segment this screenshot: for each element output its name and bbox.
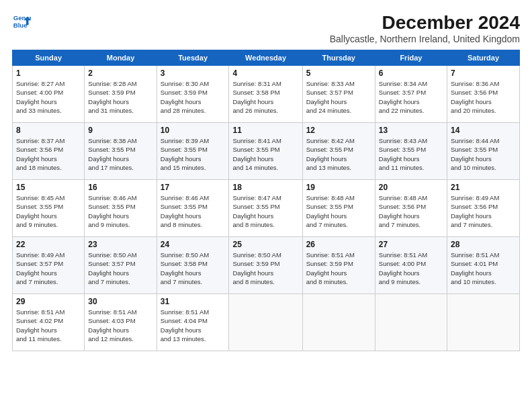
day-info: Sunrise: 8:38 AMSunset: 3:55 PMDaylight … bbox=[88, 137, 136, 171]
day-number: 15 bbox=[16, 183, 81, 192]
table-row: 30 Sunrise: 8:51 AMSunset: 4:03 PMDaylig… bbox=[85, 294, 157, 351]
table-row: 22 Sunrise: 8:49 AMSunset: 3:57 PMDaylig… bbox=[13, 237, 85, 294]
logo: General Blue bbox=[12, 12, 31, 31]
day-number: 7 bbox=[451, 68, 516, 78]
day-info: Sunrise: 8:51 AMSunset: 4:01 PMDaylight … bbox=[451, 251, 499, 285]
day-number: 30 bbox=[88, 297, 152, 306]
day-info: Sunrise: 8:50 AMSunset: 3:57 PMDaylight … bbox=[88, 251, 136, 285]
day-number: 6 bbox=[379, 68, 443, 78]
day-number: 18 bbox=[232, 183, 298, 192]
day-info: Sunrise: 8:37 AMSunset: 3:56 PMDaylight … bbox=[16, 137, 64, 171]
day-info: Sunrise: 8:46 AMSunset: 3:55 PMDaylight … bbox=[161, 194, 209, 228]
table-row: 16 Sunrise: 8:46 AMSunset: 3:55 PMDaylig… bbox=[85, 180, 157, 237]
calendar-header-row: Sunday Monday Tuesday Wednesday Thursday… bbox=[13, 50, 520, 66]
day-info: Sunrise: 8:46 AMSunset: 3:55 PMDaylight … bbox=[88, 194, 136, 228]
table-row: 17 Sunrise: 8:46 AMSunset: 3:55 PMDaylig… bbox=[157, 180, 229, 237]
day-number: 17 bbox=[161, 183, 226, 192]
day-info: Sunrise: 8:50 AMSunset: 3:58 PMDaylight … bbox=[161, 251, 209, 285]
calendar-week-2: 15 Sunrise: 8:45 AMSunset: 3:55 PMDaylig… bbox=[13, 180, 520, 237]
table-row: 10 Sunrise: 8:39 AMSunset: 3:55 PMDaylig… bbox=[157, 123, 229, 180]
day-info: Sunrise: 8:49 AMSunset: 3:56 PMDaylight … bbox=[451, 194, 499, 228]
day-number: 31 bbox=[161, 297, 226, 306]
day-info: Sunrise: 8:44 AMSunset: 3:55 PMDaylight … bbox=[451, 137, 499, 171]
table-row: 15 Sunrise: 8:45 AMSunset: 3:55 PMDaylig… bbox=[13, 180, 85, 237]
calendar-week-0: 1 Sunrise: 8:27 AMSunset: 4:00 PMDayligh… bbox=[13, 66, 520, 123]
header: General Blue December 2024 Ballycastle, … bbox=[12, 12, 520, 44]
day-info: Sunrise: 8:39 AMSunset: 3:55 PMDaylight … bbox=[161, 137, 209, 171]
table-row: 14 Sunrise: 8:44 AMSunset: 3:55 PMDaylig… bbox=[447, 123, 519, 180]
day-info: Sunrise: 8:48 AMSunset: 3:56 PMDaylight … bbox=[379, 194, 427, 228]
day-number: 25 bbox=[232, 240, 298, 249]
day-info: Sunrise: 8:48 AMSunset: 3:55 PMDaylight … bbox=[306, 194, 355, 228]
day-number: 21 bbox=[451, 183, 516, 192]
table-row: 29 Sunrise: 8:51 AMSunset: 4:02 PMDaylig… bbox=[13, 294, 85, 351]
table-row: 23 Sunrise: 8:50 AMSunset: 3:57 PMDaylig… bbox=[85, 237, 157, 294]
table-row: 1 Sunrise: 8:27 AMSunset: 4:00 PMDayligh… bbox=[13, 66, 85, 123]
day-info: Sunrise: 8:34 AMSunset: 3:57 PMDaylight … bbox=[379, 80, 427, 114]
subtitle: Ballycastle, Northern Ireland, United Ki… bbox=[330, 34, 520, 44]
main-title: December 2024 bbox=[330, 12, 520, 34]
table-row: 3 Sunrise: 8:30 AMSunset: 3:59 PMDayligh… bbox=[157, 66, 229, 123]
day-number: 1 bbox=[16, 68, 81, 78]
table-row bbox=[302, 294, 375, 351]
svg-text:Blue: Blue bbox=[13, 21, 28, 29]
table-row: 28 Sunrise: 8:51 AMSunset: 4:01 PMDaylig… bbox=[447, 237, 519, 294]
table-row: 25 Sunrise: 8:50 AMSunset: 3:59 PMDaylig… bbox=[229, 237, 302, 294]
table-row: 2 Sunrise: 8:28 AMSunset: 3:59 PMDayligh… bbox=[85, 66, 157, 123]
table-row: 18 Sunrise: 8:47 AMSunset: 3:55 PMDaylig… bbox=[229, 180, 302, 237]
header-sunday: Sunday bbox=[13, 50, 85, 66]
table-row: 19 Sunrise: 8:48 AMSunset: 3:55 PMDaylig… bbox=[302, 180, 375, 237]
day-number: 8 bbox=[16, 126, 81, 135]
day-number: 22 bbox=[16, 240, 81, 249]
day-info: Sunrise: 8:27 AMSunset: 4:00 PMDaylight … bbox=[16, 80, 64, 114]
day-number: 12 bbox=[306, 126, 371, 135]
day-number: 27 bbox=[379, 240, 443, 249]
day-info: Sunrise: 8:47 AMSunset: 3:55 PMDaylight … bbox=[232, 194, 281, 228]
day-info: Sunrise: 8:51 AMSunset: 4:03 PMDaylight … bbox=[88, 308, 136, 342]
day-info: Sunrise: 8:49 AMSunset: 3:57 PMDaylight … bbox=[16, 251, 64, 285]
table-row: 9 Sunrise: 8:38 AMSunset: 3:55 PMDayligh… bbox=[85, 123, 157, 180]
table-row: 24 Sunrise: 8:50 AMSunset: 3:58 PMDaylig… bbox=[157, 237, 229, 294]
day-info: Sunrise: 8:45 AMSunset: 3:55 PMDaylight … bbox=[16, 194, 64, 228]
day-number: 23 bbox=[88, 240, 152, 249]
day-number: 5 bbox=[306, 68, 371, 78]
day-info: Sunrise: 8:36 AMSunset: 3:56 PMDaylight … bbox=[451, 80, 499, 114]
header-tuesday: Tuesday bbox=[157, 50, 229, 66]
logo-icon: General Blue bbox=[12, 12, 31, 31]
day-info: Sunrise: 8:30 AMSunset: 3:59 PMDaylight … bbox=[161, 80, 209, 114]
day-info: Sunrise: 8:28 AMSunset: 3:59 PMDaylight … bbox=[88, 80, 136, 114]
table-row bbox=[447, 294, 519, 351]
header-thursday: Thursday bbox=[302, 50, 375, 66]
day-number: 19 bbox=[306, 183, 371, 192]
calendar-week-1: 8 Sunrise: 8:37 AMSunset: 3:56 PMDayligh… bbox=[13, 123, 520, 180]
table-row bbox=[375, 294, 447, 351]
table-row: 11 Sunrise: 8:41 AMSunset: 3:55 PMDaylig… bbox=[229, 123, 302, 180]
table-row: 7 Sunrise: 8:36 AMSunset: 3:56 PMDayligh… bbox=[447, 66, 519, 123]
day-info: Sunrise: 8:43 AMSunset: 3:55 PMDaylight … bbox=[379, 137, 427, 171]
day-number: 11 bbox=[232, 126, 298, 135]
table-row: 13 Sunrise: 8:43 AMSunset: 3:55 PMDaylig… bbox=[375, 123, 447, 180]
day-number: 4 bbox=[232, 68, 298, 78]
day-info: Sunrise: 8:41 AMSunset: 3:55 PMDaylight … bbox=[232, 137, 281, 171]
table-row: 8 Sunrise: 8:37 AMSunset: 3:56 PMDayligh… bbox=[13, 123, 85, 180]
table-row: 27 Sunrise: 8:51 AMSunset: 4:00 PMDaylig… bbox=[375, 237, 447, 294]
calendar-week-4: 29 Sunrise: 8:51 AMSunset: 4:02 PMDaylig… bbox=[13, 294, 520, 351]
day-number: 26 bbox=[306, 240, 371, 249]
header-saturday: Saturday bbox=[447, 50, 519, 66]
page: General Blue December 2024 Ballycastle, … bbox=[0, 0, 532, 411]
calendar-table: Sunday Monday Tuesday Wednesday Thursday… bbox=[12, 50, 520, 351]
day-info: Sunrise: 8:51 AMSunset: 4:00 PMDaylight … bbox=[379, 251, 427, 285]
table-row: 6 Sunrise: 8:34 AMSunset: 3:57 PMDayligh… bbox=[375, 66, 447, 123]
day-number: 28 bbox=[451, 240, 516, 249]
day-info: Sunrise: 8:51 AMSunset: 4:04 PMDaylight … bbox=[161, 308, 209, 342]
day-info: Sunrise: 8:33 AMSunset: 3:57 PMDaylight … bbox=[306, 80, 355, 114]
day-number: 10 bbox=[161, 126, 226, 135]
table-row bbox=[229, 294, 302, 351]
table-row: 20 Sunrise: 8:48 AMSunset: 3:56 PMDaylig… bbox=[375, 180, 447, 237]
day-info: Sunrise: 8:51 AMSunset: 3:59 PMDaylight … bbox=[306, 251, 355, 285]
table-row: 4 Sunrise: 8:31 AMSunset: 3:58 PMDayligh… bbox=[229, 66, 302, 123]
table-row: 21 Sunrise: 8:49 AMSunset: 3:56 PMDaylig… bbox=[447, 180, 519, 237]
header-wednesday: Wednesday bbox=[229, 50, 302, 66]
header-friday: Friday bbox=[375, 50, 447, 66]
day-info: Sunrise: 8:31 AMSunset: 3:58 PMDaylight … bbox=[232, 80, 281, 114]
